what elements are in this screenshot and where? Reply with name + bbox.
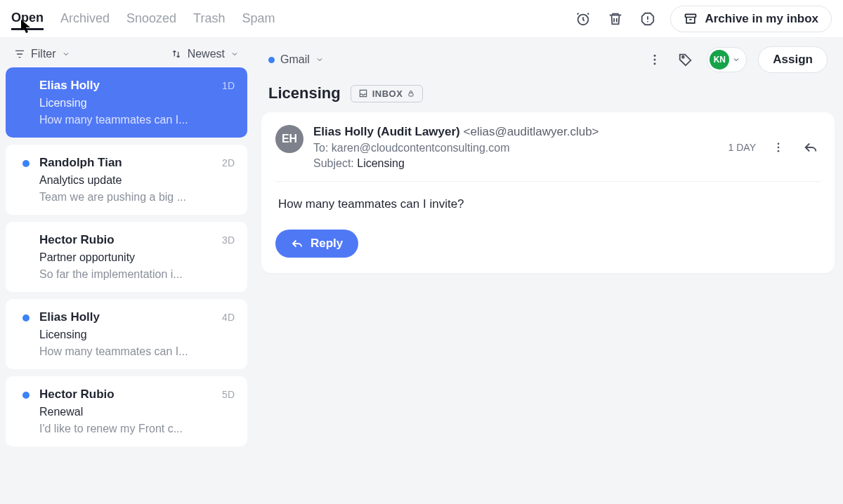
filter-button[interactable]: Filter <box>14 48 70 60</box>
svg-point-10 <box>778 150 780 152</box>
archive-icon <box>684 12 698 26</box>
preview: How many teammates can I... <box>39 114 235 126</box>
from-name: Elias Holly (Audit Lawyer) <box>313 125 460 138</box>
top-tabs: Open Archived Snoozed Trash Spam <box>11 8 275 30</box>
reply-arrow-icon[interactable] <box>801 138 821 157</box>
chevron-down-icon <box>230 50 239 58</box>
age: 3D <box>222 234 235 246</box>
from-address: <elias@auditlawyer.club> <box>464 125 599 138</box>
snooze-icon[interactable] <box>573 9 593 29</box>
sort-label: Newest <box>188 48 225 60</box>
tab-trash[interactable]: Trash <box>193 8 225 29</box>
sender: Hector Rubio <box>39 233 115 247</box>
detail-toolbar: Gmail KN Assign <box>261 38 835 79</box>
trash-icon[interactable] <box>606 9 625 29</box>
thread-header: Licensing INBOX <box>261 79 835 112</box>
list-item[interactable]: Elias Holly1D Licensing How many teammat… <box>6 67 247 138</box>
svg-point-1 <box>648 20 649 22</box>
preview: Team we are pushing a big ... <box>39 191 235 204</box>
tab-archived[interactable]: Archived <box>60 8 110 29</box>
detail-actions: KN Assign <box>645 46 828 73</box>
inbox-chip-label: INBOX <box>372 88 403 99</box>
sort-icon <box>171 48 182 60</box>
age: 4D <box>222 312 235 323</box>
tag-icon[interactable] <box>676 50 695 69</box>
reply-row: Reply <box>275 217 821 258</box>
source-selector[interactable]: Gmail <box>268 53 324 66</box>
reply-button-label: Reply <box>311 237 343 251</box>
lock-icon <box>407 89 415 98</box>
subject: Licensing <box>39 97 235 110</box>
message-controls: 1 DAY <box>728 125 821 170</box>
detail-pane: Gmail KN Assign Licensing <box>253 38 843 504</box>
reply-button[interactable]: Reply <box>275 230 358 258</box>
svg-rect-7 <box>409 93 413 97</box>
subject-line: Subject: Licensing <box>313 157 719 170</box>
sender: Hector Rubio <box>39 387 115 402</box>
svg-point-8 <box>778 142 780 145</box>
list-item[interactable]: Hector Rubio3D Partner opportunity So fa… <box>6 222 247 292</box>
message-age: 1 DAY <box>728 142 756 153</box>
chevron-down-icon <box>62 50 70 58</box>
preview: How many teammates can I... <box>39 345 235 358</box>
subject: Licensing <box>39 329 235 341</box>
subject: Partner opportunity <box>39 251 235 264</box>
svg-point-9 <box>778 147 780 149</box>
to-label: To: <box>313 142 328 154</box>
inbox-chip[interactable]: INBOX <box>351 85 424 102</box>
to-value: karen@cloudcontentconsulting.com <box>332 142 510 154</box>
top-bar: Open Archived Snoozed Trash Spam Archive… <box>0 0 843 38</box>
from-line: Elias Holly (Audit Lawyer) <elias@auditl… <box>313 125 719 139</box>
more-icon[interactable] <box>645 50 665 69</box>
preview: So far the implementation i... <box>39 268 235 281</box>
unread-dot <box>22 160 30 167</box>
conversation-list: Elias Holly1D Licensing How many teammat… <box>0 67 253 446</box>
assignee-picker[interactable]: KN <box>707 47 747 72</box>
archive-button-label: Archive in my inbox <box>705 12 818 26</box>
message-header: EH Elias Holly (Audit Lawyer) <elias@aud… <box>275 125 821 182</box>
sort-button[interactable]: Newest <box>171 48 239 60</box>
chevron-down-icon <box>732 55 740 64</box>
list-item[interactable]: Hector Rubio5D Renewal I'd like to renew… <box>6 376 247 446</box>
sender: Randolph Tian <box>39 156 122 170</box>
conversation-pane: Filter Newest Elias Holly1D Licensing <box>0 38 253 504</box>
svg-rect-2 <box>686 14 696 17</box>
assign-button[interactable]: Assign <box>758 46 828 73</box>
source-label: Gmail <box>280 53 310 66</box>
svg-point-6 <box>682 56 684 58</box>
chevron-down-icon <box>315 55 324 64</box>
message-body: How many teammates can I invite? <box>275 182 821 217</box>
svg-point-5 <box>654 62 656 65</box>
age: 1D <box>222 80 235 91</box>
list-item[interactable]: Randolph Tian2D Analytics update Team we… <box>6 145 247 215</box>
archive-button[interactable]: Archive in my inbox <box>670 6 832 32</box>
svg-point-3 <box>654 55 656 57</box>
subject: Renewal <box>39 406 235 418</box>
more-icon[interactable] <box>769 138 788 157</box>
reply-icon <box>291 237 303 250</box>
sender: Elias Holly <box>39 79 100 93</box>
sender-avatar: EH <box>275 125 303 153</box>
preview: I'd like to renew my Front c... <box>39 423 235 435</box>
subject-value: Licensing <box>357 157 405 169</box>
tab-open[interactable]: Open <box>11 8 44 30</box>
list-controls: Filter Newest <box>0 38 253 67</box>
filter-icon <box>14 48 25 60</box>
age: 2D <box>222 157 235 168</box>
tab-spam[interactable]: Spam <box>242 8 275 29</box>
message-meta: Elias Holly (Audit Lawyer) <elias@auditl… <box>313 125 719 170</box>
spam-icon[interactable] <box>638 9 658 29</box>
subject-label: Subject: <box>313 157 354 169</box>
topbar-actions: Archive in my inbox <box>573 6 832 32</box>
to-line: To: karen@cloudcontentconsulting.com <box>313 142 719 154</box>
main: Filter Newest Elias Holly1D Licensing <box>0 38 843 504</box>
tab-snoozed[interactable]: Snoozed <box>126 8 176 29</box>
list-item[interactable]: Elias Holly4D Licensing How many teammat… <box>6 299 247 369</box>
inbox-icon <box>358 88 368 98</box>
source-dot-icon <box>268 57 275 63</box>
age: 5D <box>222 389 235 400</box>
sender: Elias Holly <box>39 310 100 324</box>
message-card: EH Elias Holly (Audit Lawyer) <elias@aud… <box>261 112 835 273</box>
filter-label: Filter <box>31 48 56 60</box>
unread-dot <box>22 314 30 321</box>
